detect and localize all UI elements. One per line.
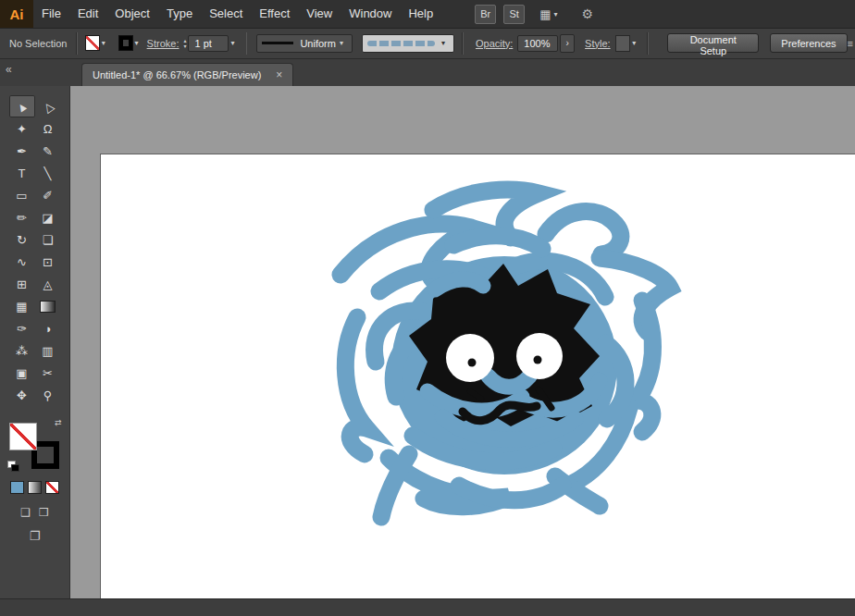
free-transform-tool-icon: ⊡	[43, 255, 53, 269]
menu-type[interactable]: Type	[158, 0, 201, 28]
app-logo[interactable]: Ai	[0, 0, 33, 28]
rotate-tool[interactable]: ↻	[9, 228, 35, 251]
stroke-weight-stepper[interactable]: ▴ ▾	[183, 38, 186, 49]
symbol-sprayer-tool-icon: ⁂	[16, 344, 28, 358]
chevron-down-icon[interactable]: ▾	[135, 39, 139, 47]
opacity-label[interactable]: Opacity:	[476, 38, 513, 49]
shape-builder-tool[interactable]: ⊞	[9, 273, 35, 295]
stroke-color-swatch[interactable]	[118, 35, 133, 51]
menu-help[interactable]: Help	[400, 0, 441, 28]
style-label[interactable]: Style:	[585, 38, 611, 49]
right-pupil	[534, 356, 542, 364]
brush-definition-dropdown[interactable]: ▾	[362, 34, 454, 53]
draw-normal-icon[interactable]: ❑	[20, 506, 31, 519]
panel-menu-icon[interactable]: ≡	[848, 38, 855, 49]
perspective-grid-tool[interactable]: ◬	[35, 273, 61, 295]
menu-view[interactable]: View	[298, 0, 341, 28]
color-swatch-button[interactable]	[10, 481, 24, 494]
paintbrush-tool-icon: ✐	[43, 189, 53, 203]
chevron-down-icon[interactable]: ▾	[230, 39, 234, 47]
style-swatch[interactable]	[615, 35, 631, 52]
draw-behind-icon[interactable]: ❒	[39, 506, 49, 519]
dock-collapse-icon[interactable]: «	[6, 63, 11, 76]
width-tool[interactable]: ∿	[9, 251, 35, 273]
stepper-down-icon[interactable]: ▾	[183, 43, 186, 49]
blend-tool-icon: ◑	[44, 322, 52, 336]
perspective-grid-tool-icon: ◬	[43, 277, 53, 291]
line-segment-tool[interactable]: ╲	[35, 162, 61, 184]
close-icon[interactable]: ×	[276, 68, 282, 81]
artboard-tool-icon: ▣	[16, 366, 27, 380]
workspace-icon[interactable]: ▦	[539, 7, 551, 21]
separator	[76, 32, 78, 55]
selection-tool[interactable]: ▲	[9, 95, 35, 117]
gradient-button[interactable]	[28, 481, 42, 494]
tangle-artwork[interactable]	[324, 180, 685, 532]
lasso-tool[interactable]: Ω	[35, 117, 61, 140]
column-graph-tool[interactable]: ▥	[35, 339, 61, 362]
paintbrush-tool[interactable]: ✐	[35, 184, 61, 206]
hand-tool[interactable]: ✥	[9, 384, 35, 406]
chevron-down-icon[interactable]: ▾	[554, 10, 558, 18]
magic-wand-tool-icon: ✦	[17, 122, 27, 136]
preferences-button[interactable]: Preferences	[770, 33, 847, 53]
separator	[246, 32, 248, 55]
document-tab-title: Untitled-1* @ 66.67% (RGB/Preview)	[93, 69, 261, 80]
menu-effect[interactable]: Effect	[251, 0, 298, 28]
status-bar	[0, 598, 855, 616]
bridge-button[interactable]: Br	[475, 5, 496, 24]
eraser-tool[interactable]: ◪	[35, 206, 61, 228]
stock-button[interactable]: St	[503, 5, 525, 24]
pencil-tool[interactable]: ✏	[9, 206, 35, 228]
document-tab[interactable]: Untitled-1* @ 66.67% (RGB/Preview) ×	[81, 63, 293, 86]
fill-color-swatch[interactable]	[85, 35, 100, 51]
sync-icon[interactable]: ⚙	[582, 6, 594, 21]
menu-file[interactable]: File	[33, 0, 69, 28]
artboard-tool[interactable]: ▣	[9, 362, 35, 384]
curvature-tool-icon: ✎	[43, 144, 53, 158]
chevron-right-icon[interactable]: ›	[560, 34, 575, 53]
chevron-down-icon[interactable]: ▾	[632, 39, 636, 47]
menu-object[interactable]: Object	[106, 0, 158, 28]
selection-status: No Selection	[9, 38, 68, 49]
chevron-down-icon[interactable]: ▾	[102, 39, 105, 47]
shape-builder-tool-icon: ⊞	[17, 277, 27, 291]
curvature-tool[interactable]: ✎	[35, 140, 61, 162]
vine-path	[345, 317, 366, 454]
document-setup-button[interactable]: Document Setup	[667, 33, 759, 53]
rectangle-tool[interactable]: ▭	[9, 184, 35, 206]
stroke-weight-input[interactable]: 1 pt	[188, 35, 229, 52]
menu-edit[interactable]: Edit	[69, 0, 106, 28]
uniform-line-icon	[262, 42, 293, 44]
menu-select[interactable]: Select	[201, 0, 251, 28]
swap-fill-stroke-icon[interactable]: ⇄	[55, 418, 62, 427]
symbol-sprayer-tool[interactable]: ⁂	[9, 339, 35, 362]
screen-mode-button[interactable]: ❐	[0, 529, 69, 543]
slice-tool[interactable]: ✂	[35, 362, 61, 384]
chevron-down-icon: ▾	[441, 39, 445, 47]
stroke-profile-dropdown[interactable]: Uniform ▾	[256, 34, 353, 53]
mesh-tool[interactable]: ▦	[9, 295, 35, 317]
direct-selection-tool[interactable]: △	[35, 95, 61, 117]
drawing-mode-buttons: ❑ ❒	[0, 506, 69, 519]
pen-tool[interactable]: ✒	[9, 140, 35, 162]
selection-tool-icon: ▲	[13, 97, 31, 116]
stroke-label[interactable]: Stroke:	[147, 38, 180, 49]
gradient-tool[interactable]	[35, 295, 61, 317]
scale-tool[interactable]: ❏	[35, 228, 61, 251]
separator	[462, 32, 464, 55]
magic-wand-tool[interactable]: ✦	[9, 117, 35, 140]
none-button[interactable]	[45, 481, 59, 494]
eyedropper-tool[interactable]: ✑	[9, 317, 35, 339]
fill-color-box[interactable]	[9, 423, 37, 450]
type-tool[interactable]: T	[9, 162, 35, 184]
free-transform-tool[interactable]: ⊡	[35, 251, 61, 273]
default-fill-stroke-icon[interactable]	[7, 461, 20, 472]
zoom-tool[interactable]: ⚲	[35, 384, 61, 406]
rectangle-tool-icon: ▭	[16, 189, 27, 203]
eraser-tool-icon: ◪	[42, 211, 53, 225]
menu-window[interactable]: Window	[341, 0, 400, 28]
blend-tool[interactable]: ◑	[35, 317, 61, 339]
direct-selection-tool-icon: △	[40, 98, 56, 115]
opacity-input[interactable]: 100%	[517, 35, 558, 52]
